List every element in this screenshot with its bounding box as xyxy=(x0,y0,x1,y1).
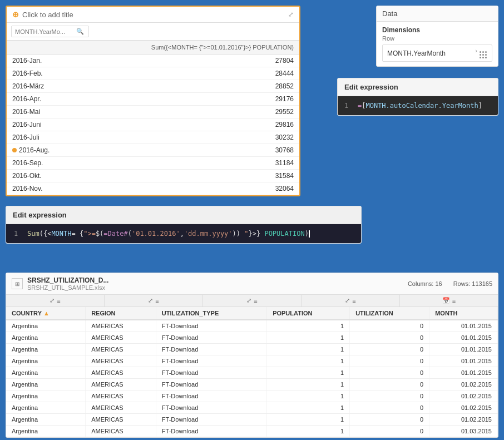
cell: 1 xyxy=(267,355,350,367)
cell: 1 xyxy=(267,426,350,437)
table-row: ArgentinaAMERICASFT-Download1001.02.2015 xyxy=(6,414,498,426)
col-header[interactable]: UTILIZATION xyxy=(350,307,429,320)
data-panel: Data Dimensions Row MONTH.YearMonth › xyxy=(376,6,498,67)
cell: Argentina xyxy=(6,367,86,379)
cell: Argentina xyxy=(6,355,86,367)
resize-icon-1: ⤢ xyxy=(50,297,55,304)
cell: FT-Download xyxy=(156,379,266,390)
menu-icon-1: ≡ xyxy=(57,298,60,304)
expr-code-right[interactable]: =[MONTH.autoCalendar.YearMonth] xyxy=(358,102,482,110)
row-label: 2016-März xyxy=(7,80,77,93)
table-row: ArgentinaAMERICASFT-Download1001.02.2015 xyxy=(6,379,498,390)
cell: 1 xyxy=(267,390,350,402)
table-row: ArgentinaAMERICASFT-Download1001.01.2015 xyxy=(6,355,498,367)
cell: 01.01.2015 xyxy=(429,344,498,355)
columns-count: Columns: 16 xyxy=(408,280,442,287)
cell: AMERICAS xyxy=(86,320,156,332)
grid-icon xyxy=(480,47,487,59)
dimensions-label: Dimensions xyxy=(382,26,492,34)
cell: 01.02.2015 xyxy=(429,379,498,390)
cell: 1 xyxy=(267,332,350,344)
data-panel-header: Data xyxy=(377,6,498,22)
dimension-item[interactable]: MONTH.YearMonth › xyxy=(382,45,492,62)
cell: FT-Download xyxy=(156,402,266,414)
cell: 01.03.2015 xyxy=(429,426,498,437)
cell: FT-Download xyxy=(156,426,266,437)
chart-title[interactable]: Click to add title xyxy=(22,11,73,19)
cell: Argentina xyxy=(6,414,86,426)
cell: FT-Download xyxy=(156,320,266,332)
menu-icon-3: ≡ xyxy=(254,298,257,304)
table-icon: ⊞ xyxy=(12,278,23,289)
table-row: ArgentinaAMERICASFT-Download1001.02.2015 xyxy=(6,390,498,402)
col-header[interactable]: COUNTRY▲ xyxy=(6,307,86,320)
row-label: Row xyxy=(382,35,492,42)
cell: AMERICAS xyxy=(86,344,156,355)
row-label: 2016-Sep. xyxy=(7,157,77,170)
table-row: 2016-Apr. 29176 xyxy=(7,93,299,106)
cell: FT-Download xyxy=(156,355,266,367)
cell: FT-Download xyxy=(156,367,266,379)
col-header[interactable]: REGION xyxy=(86,307,156,320)
row-value: 27804 xyxy=(77,55,299,67)
table-row: 2016-Juni 29816 xyxy=(7,118,299,131)
table-row: 2016-Okt. 31584 xyxy=(7,170,299,182)
table-filename: SRSHZ_UTIL_SAMPLE.xlsx xyxy=(27,284,403,291)
resize-icon-3: ⤢ xyxy=(246,297,251,304)
col-control-5[interactable]: 📅 ≡ xyxy=(400,295,498,306)
row-value: 29816 xyxy=(77,118,299,131)
col-header[interactable]: MONTH xyxy=(429,307,498,320)
cell: 1 xyxy=(267,344,350,355)
cell: 0 xyxy=(350,390,429,402)
expr-code-bottom[interactable]: Sum({<MONTH= {">=$(=Date#('01.01.2016','… xyxy=(27,230,310,238)
cell: AMERICAS xyxy=(86,355,156,367)
cell: FT-Download xyxy=(156,344,266,355)
col-header-value: Sum({<MONTH= {">=01.01.2016"}>} POPULATI… xyxy=(77,41,299,55)
col-header[interactable]: POPULATION xyxy=(267,307,350,320)
col-control-2[interactable]: ⤢ ≡ xyxy=(105,295,203,306)
dimension-name: MONTH.YearMonth xyxy=(387,50,446,57)
edit-expr-body-bottom: 1 Sum({<MONTH= {">=$(=Date#('01.01.2016'… xyxy=(6,224,361,243)
dimension-arrows: › xyxy=(475,47,487,59)
row-value: 28852 xyxy=(77,80,299,93)
expand-icon[interactable]: ⤢ xyxy=(288,11,294,18)
table-meta: Columns: 16 Rows: 113165 xyxy=(408,280,492,287)
cell: AMERICAS xyxy=(86,426,156,437)
chart-title-content: ⊕ Click to add title xyxy=(12,10,73,19)
row-value: 31184 xyxy=(77,157,299,170)
data-table-header: ⊞ SRSHZ_UTILIZATION_D... SRSHZ_UTIL_SAMP… xyxy=(6,273,498,295)
row-label: 2016-Aug. xyxy=(7,144,77,157)
table-row: 2016-Sep. 31184 xyxy=(7,157,299,170)
cell: FT-Download xyxy=(156,332,266,344)
table-row: 2016-Jan. 27804 xyxy=(7,55,299,67)
col-header[interactable]: UTILIZATION_TYPE xyxy=(156,307,266,320)
dimensions-section: Dimensions Row MONTH.YearMonth › xyxy=(377,22,498,66)
rows-count: Rows: 113165 xyxy=(453,280,492,287)
cell: AMERICAS xyxy=(86,367,156,379)
col-control-1[interactable]: ⤢ ≡ xyxy=(6,295,105,306)
edit-expr-header-right: Edit expression xyxy=(338,78,498,96)
resize-icon-4: ⤢ xyxy=(345,297,350,304)
edit-expr-panel-right: Edit expression 1 =[MONTH.autoCalendar.Y… xyxy=(337,78,498,116)
search-box[interactable]: 🔍 xyxy=(11,26,89,37)
chart-panel: ⊕ Click to add title ⤢ 🔍 Sum({<MONTH= {"… xyxy=(6,6,300,196)
menu-icon-5: ≡ xyxy=(452,298,456,304)
col-control-3[interactable]: ⤢ ≡ xyxy=(203,295,302,306)
row-label: 2016-Nov. xyxy=(7,182,77,195)
cell: 01.01.2015 xyxy=(429,355,498,367)
table-row: ArgentinaAMERICASFT-Download1001.01.2015 xyxy=(6,344,498,355)
chart-table: Sum({<MONTH= {">=01.01.2016"}>} POPULATI… xyxy=(7,41,299,195)
cell: 0 xyxy=(350,355,429,367)
data-table: COUNTRY▲REGIONUTILIZATION_TYPEPOPULATION… xyxy=(6,307,498,437)
cell: 0 xyxy=(350,367,429,379)
col-control-4[interactable]: ⤢ ≡ xyxy=(302,295,400,306)
cell: AMERICAS xyxy=(86,379,156,390)
table-row: ArgentinaAMERICASFT-Download1001.01.2015 xyxy=(6,367,498,379)
search-input[interactable] xyxy=(15,28,76,35)
calendar-icon: 📅 xyxy=(442,297,450,304)
cell: AMERICAS xyxy=(86,402,156,414)
table-row: ArgentinaAMERICASFT-Download1001.01.2015 xyxy=(6,320,498,332)
menu-icon-2: ≡ xyxy=(155,298,159,304)
cell: 0 xyxy=(350,426,429,437)
row-label: 2016-Mai xyxy=(7,106,77,118)
